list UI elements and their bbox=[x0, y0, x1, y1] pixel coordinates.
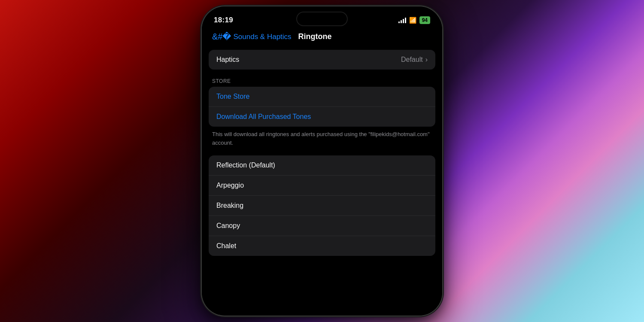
signal-bar-4 bbox=[405, 18, 406, 23]
ringtone-list: Reflection (Default) Arpeggio Breaking C… bbox=[209, 155, 435, 256]
wifi-icon: 📶 bbox=[409, 17, 416, 24]
haptics-chevron-icon: › bbox=[425, 56, 428, 64]
signal-bar-2 bbox=[401, 20, 402, 23]
phone-screen: 18:19 📶 94 bbox=[202, 6, 442, 316]
signal-bar-3 bbox=[403, 19, 404, 23]
ringtone-name-0: Reflection (Default) bbox=[216, 161, 275, 169]
ringtone-row-4[interactable]: Chalet bbox=[209, 236, 435, 256]
signal-icon bbox=[398, 17, 406, 23]
haptics-row[interactable]: Haptics Default › bbox=[209, 50, 435, 70]
status-time: 18:19 bbox=[214, 16, 233, 24]
ringtone-name-4: Chalet bbox=[216, 242, 236, 250]
ringtone-row-0[interactable]: Reflection (Default) bbox=[209, 155, 435, 176]
back-chevron-icon: &#� bbox=[212, 32, 231, 41]
page-title: Ringtone bbox=[298, 32, 332, 41]
store-card: Tone Store Download All Purchased Tones bbox=[209, 87, 435, 127]
battery-level: 94 bbox=[419, 16, 430, 24]
dynamic-island bbox=[296, 12, 348, 26]
phone-wrapper: 18:19 📶 94 bbox=[202, 6, 442, 316]
back-label: Sounds & Haptics bbox=[233, 33, 291, 41]
back-button[interactable]: &#� Sounds & Haptics bbox=[212, 33, 292, 41]
haptics-label: Haptics bbox=[216, 56, 239, 64]
ringtone-row-1[interactable]: Arpeggio bbox=[209, 176, 435, 196]
haptics-section: Haptics Default › bbox=[202, 50, 442, 70]
ringtone-name-1: Arpeggio bbox=[216, 182, 244, 189]
content-scroll[interactable]: Haptics Default › STORE Tone Store bbox=[202, 46, 442, 316]
store-section: STORE Tone Store Download All Purchased … bbox=[202, 78, 442, 147]
store-section-label: STORE bbox=[202, 78, 442, 87]
download-tones-label[interactable]: Download All Purchased Tones bbox=[216, 113, 311, 121]
phone-body: 18:19 📶 94 bbox=[202, 6, 442, 316]
status-icons: 📶 94 bbox=[398, 16, 430, 24]
nav-bar: &#� Sounds & Haptics Ringtone bbox=[202, 29, 442, 46]
haptics-card: Haptics Default › bbox=[209, 50, 435, 70]
tone-store-label[interactable]: Tone Store bbox=[216, 93, 249, 100]
status-bar: 18:19 📶 94 bbox=[202, 6, 442, 29]
battery-container: 94 bbox=[419, 16, 430, 24]
haptics-value-text: Default bbox=[401, 56, 423, 64]
signal-bar-1 bbox=[398, 21, 400, 23]
tone-store-row[interactable]: Tone Store bbox=[209, 87, 435, 107]
haptics-value: Default › bbox=[401, 56, 428, 64]
store-footer: This will download all ringtones and ale… bbox=[202, 127, 442, 147]
download-tones-row[interactable]: Download All Purchased Tones bbox=[209, 107, 435, 127]
ringtone-row-3[interactable]: Canopy bbox=[209, 216, 435, 236]
ringtone-row-2[interactable]: Breaking bbox=[209, 196, 435, 216]
ringtone-name-2: Breaking bbox=[216, 202, 243, 210]
ringtone-name-3: Canopy bbox=[216, 222, 240, 230]
